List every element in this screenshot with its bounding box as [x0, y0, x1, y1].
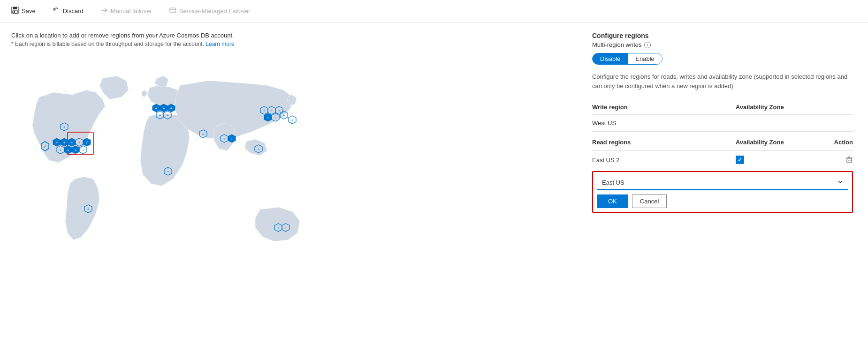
learn-more-link[interactable]: Learn more — [206, 41, 234, 47]
na-hex-8[interactable]: + — [72, 146, 79, 154]
svg-text:+: + — [263, 109, 266, 113]
main-content: Click on a location to add or remove reg… — [0, 22, 868, 351]
write-action-value — [801, 115, 853, 132]
region-dropdown[interactable]: East US — [597, 176, 848, 190]
svg-text:+: + — [285, 226, 287, 230]
svg-text:+: + — [277, 226, 280, 230]
svg-text:+: + — [78, 141, 81, 145]
billing-note: * Each region is billable based on the t… — [11, 41, 566, 47]
eu-hex-2[interactable]: + — [160, 104, 168, 112]
svg-rect-4 — [170, 8, 175, 13]
svg-text:+: + — [71, 141, 73, 145]
action-buttons: OK Cancel — [597, 194, 848, 208]
save-icon — [11, 7, 19, 16]
add-region-cell: East US OK Cancel — [592, 169, 853, 213]
svg-text:+: + — [87, 207, 90, 211]
manual-failover-button[interactable]: Manual failover — [97, 5, 156, 18]
delete-east-us-2-button[interactable] — [801, 156, 853, 164]
svg-text:✓: ✓ — [85, 141, 89, 145]
discard-button[interactable]: Discard — [49, 5, 87, 18]
right-panel: Configure regions Multi-region writes i … — [577, 22, 868, 351]
svg-text:+: + — [155, 106, 158, 111]
svg-text:+: + — [75, 148, 77, 152]
svg-text:+: + — [167, 113, 169, 118]
save-label: Save — [22, 7, 36, 15]
dropdown-chevron-icon — [838, 179, 843, 186]
main-description: Click on a location to add or remove reg… — [11, 32, 566, 39]
svg-text:+: + — [258, 147, 260, 151]
svg-text:+: + — [82, 148, 84, 152]
svg-text:+: + — [271, 109, 273, 113]
info-icon[interactable]: i — [644, 42, 651, 48]
configure-title: Configure regions — [592, 32, 853, 39]
svg-text:+: + — [267, 116, 269, 120]
service-managed-failover-button[interactable]: Service-Managed Failover — [165, 5, 254, 18]
east-us-2-az — [736, 151, 801, 169]
svg-text:+: + — [283, 113, 285, 118]
read-az-header: Availability Zone — [736, 132, 801, 151]
left-panel: Click on a location to add or remove reg… — [0, 22, 577, 351]
svg-text:+: + — [60, 148, 62, 152]
svg-text:+: + — [170, 106, 173, 111]
svg-text:+: + — [278, 109, 281, 113]
east-us-2-row: East US 2 — [592, 151, 853, 169]
east-us-2-action — [801, 151, 853, 169]
write-region-row: West US — [592, 115, 853, 132]
multi-region-label-group: Multi-region writes i — [592, 41, 853, 48]
write-region-header: Write region — [592, 100, 736, 115]
svg-text:+: + — [159, 113, 161, 118]
world-map-svg[interactable]: ✓ + + + + — [11, 55, 340, 289]
svg-text:+: + — [167, 170, 169, 174]
toolbar: Save Discard Manual failover Service-Man… — [0, 0, 868, 22]
disable-toggle[interactable]: Disable — [593, 53, 628, 64]
japan-hex[interactable]: + — [289, 116, 296, 124]
na-hex-2[interactable]: + — [61, 138, 68, 146]
na-hex-1[interactable]: + — [53, 138, 61, 146]
add-region-row: East US OK Cancel — [592, 169, 853, 213]
discard-label: Discard — [63, 7, 84, 15]
manual-failover-label: Manual failover — [111, 7, 152, 15]
asia-hex-4[interactable]: + — [264, 113, 272, 121]
availability-zone-header-write: Availability Zone — [736, 100, 801, 115]
eu-hex-1[interactable]: + — [152, 104, 160, 112]
cancel-button[interactable]: Cancel — [632, 194, 667, 208]
regions-table: Write region Availability Zone West US R… — [592, 100, 853, 213]
write-az-value — [736, 115, 801, 132]
dropdown-value: East US — [602, 179, 624, 186]
map-container[interactable]: ✓ + + + + — [11, 55, 340, 289]
svg-rect-68 — [847, 158, 852, 163]
service-managed-failover-label: Service-Managed Failover — [179, 7, 251, 15]
service-managed-icon — [169, 7, 176, 16]
ok-button[interactable]: OK — [597, 194, 628, 208]
india-hex-2[interactable]: + — [228, 134, 236, 142]
svg-text:✓: ✓ — [43, 144, 47, 149]
save-button[interactable]: Save — [8, 5, 39, 18]
svg-text:+: + — [56, 141, 58, 145]
svg-text:+: + — [63, 141, 66, 145]
svg-text:+: + — [63, 125, 66, 129]
svg-text:+: + — [67, 148, 69, 152]
svg-text:+: + — [202, 132, 205, 136]
east-us-2-region: East US 2 — [592, 151, 736, 169]
configure-description: Configure the regions for reads, writes … — [592, 72, 853, 90]
write-region-value: West US — [592, 115, 736, 132]
toggle-group: Disable Enable — [592, 53, 662, 65]
svg-text:+: + — [163, 106, 165, 111]
description: Click on a location to add or remove reg… — [11, 32, 566, 47]
enable-toggle[interactable]: Enable — [628, 53, 662, 64]
svg-text:+: + — [223, 137, 226, 141]
svg-rect-3 — [14, 11, 15, 13]
svg-text:+: + — [274, 116, 277, 120]
az-checkbox-east-us-2[interactable] — [736, 156, 744, 164]
read-regions-header-row: Read regions Availability Zone Action — [592, 132, 853, 151]
discard-icon — [53, 7, 60, 16]
multi-region-text: Multi-region writes — [592, 41, 641, 48]
na-hex-7[interactable]: + — [64, 146, 72, 154]
eu-hex-3[interactable]: + — [168, 104, 175, 112]
svg-text:+: + — [291, 118, 294, 122]
read-regions-header: Read regions — [592, 132, 736, 151]
read-action-header: Action — [801, 132, 853, 151]
na-hex-5[interactable]: ✓ — [83, 138, 91, 146]
na-hex-3[interactable]: + — [68, 138, 76, 146]
dropdown-container: East US OK Cancel — [592, 171, 853, 213]
